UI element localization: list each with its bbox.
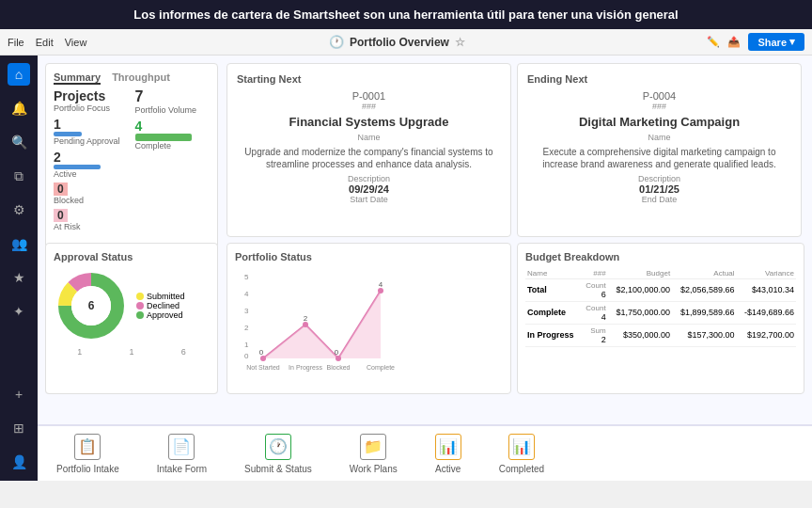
- ending-next-title: Ending Next: [527, 73, 791, 85]
- complete-variance: -$149,689.66: [737, 301, 796, 324]
- complete-label: Complete: [135, 141, 197, 151]
- star-icon: ☆: [455, 36, 465, 49]
- svg-text:4: 4: [244, 290, 249, 298]
- complete-metric: 4 Complete: [135, 119, 197, 151]
- menu-bar: File Edit View 🕐 Portfolio Overview ☆ ✏️…: [0, 29, 812, 56]
- tab-portfolio-intake[interactable]: 📋 Portfolio Intake: [56, 434, 119, 474]
- submitted-count: 1: [77, 347, 82, 357]
- share-label: Share: [757, 37, 787, 48]
- ending-id-hash: ###: [527, 102, 791, 111]
- complete-value: 4: [135, 119, 197, 134]
- tab-active[interactable]: 📊 Active: [435, 434, 461, 474]
- clock-icon: 🕐: [329, 35, 344, 49]
- share-button[interactable]: Share ▾: [748, 33, 804, 51]
- atrisk-label: At Risk: [54, 222, 120, 231]
- svg-text:0: 0: [259, 348, 264, 357]
- ending-project-name: Digital Marketing Campaign: [527, 115, 791, 129]
- svg-text:0: 0: [335, 348, 339, 357]
- tab-submit-status[interactable]: 🕐 Submit & Status: [244, 434, 312, 474]
- portfolio-intake-icon: 📋: [74, 434, 101, 460]
- starting-next-title: Starting Next: [237, 73, 501, 85]
- tab-intake-form-label: Intake Form: [157, 464, 207, 474]
- blocked-metric: 0 Blocked: [54, 183, 120, 205]
- app-title: 🕐 Portfolio Overview ☆: [98, 35, 695, 49]
- complete-name: Complete: [525, 301, 582, 324]
- col-name: Name: [525, 268, 582, 279]
- sidebar-layers-icon[interactable]: ⧉: [8, 165, 30, 187]
- menu-file[interactable]: File: [8, 37, 24, 48]
- complete-actual: $1,899,589.66: [672, 301, 736, 324]
- chevron-down-icon: ▾: [789, 36, 795, 48]
- portfolio-status-panel: Portfolio Status 5 4 3 2 1 0: [226, 243, 511, 395]
- tab-intake-form[interactable]: 📄 Intake Form: [157, 434, 207, 474]
- donut-chart-container: 6 Submitted Declined Appro: [54, 268, 210, 343]
- intake-form-icon: 📄: [168, 434, 195, 460]
- sidebar-add-icon[interactable]: +: [8, 383, 30, 405]
- edit-icon[interactable]: ✏️: [707, 36, 720, 48]
- starting-id-hash: ###: [237, 102, 501, 111]
- sidebar-people-icon[interactable]: 👥: [8, 232, 30, 255]
- total-actual: $2,056,589.66: [672, 278, 736, 301]
- tab-work-plans-label: Work Plans: [350, 464, 398, 474]
- tab-submit-status-label: Submit & Status: [244, 464, 312, 474]
- share-icon[interactable]: 📤: [727, 36, 741, 48]
- sidebar-search-icon[interactable]: 🔍: [8, 131, 30, 153]
- col-variance: Variance: [737, 268, 796, 279]
- svg-text:3: 3: [244, 307, 249, 315]
- inprogress-name: In Progress: [525, 324, 582, 346]
- pending-value: 1: [54, 117, 120, 132]
- approval-title: Approval Status: [54, 251, 210, 262]
- svg-text:5: 5: [244, 273, 249, 281]
- declined-label: Declined: [147, 301, 180, 310]
- active-metric: 2 Active: [54, 150, 120, 179]
- ending-desc-label: Description: [527, 174, 791, 183]
- menu-edit[interactable]: Edit: [36, 37, 54, 48]
- tab-active-label: Active: [435, 464, 461, 474]
- sidebar-settings-icon[interactable]: ⚙: [8, 198, 30, 221]
- main-content: Summary Throughput Projects Portfolio Fo…: [38, 56, 812, 481]
- throughput-tab[interactable]: Throughput: [112, 71, 170, 85]
- menu-view[interactable]: View: [65, 37, 87, 48]
- inprogress-variance: $192,700.00: [737, 324, 796, 346]
- svg-marker-11: [263, 291, 381, 358]
- pending-label: Pending Approval: [54, 136, 120, 146]
- projects-subtitle: Portfolio Focus: [54, 103, 120, 113]
- svg-text:1: 1: [244, 341, 249, 349]
- submitted-dot: [136, 293, 144, 300]
- total-count: Count6: [582, 278, 608, 301]
- budget-row-inprogress: In Progress Sum2 $350,000.00 $157,300.00…: [525, 324, 796, 346]
- tab-work-plans[interactable]: 📁 Work Plans: [350, 434, 398, 474]
- svg-text:In Progress: In Progress: [289, 364, 322, 372]
- donut-chart: 6: [54, 268, 129, 343]
- ending-project-id: P-0004: [527, 90, 791, 102]
- title-text: Portfolio Overview: [350, 36, 449, 49]
- budget-breakdown-panel: Budget Breakdown Name ### Budget Actual …: [517, 243, 804, 395]
- atrisk-value: 0: [54, 209, 68, 222]
- tab-completed[interactable]: 📊 Completed: [499, 434, 544, 474]
- sidebar-grid-icon[interactable]: ⊞: [8, 417, 30, 439]
- declined-count: 1: [129, 347, 133, 357]
- total-variance: $43,010.34: [737, 278, 796, 301]
- budget-title: Budget Breakdown: [525, 251, 796, 262]
- approved-label: Approved: [147, 310, 183, 320]
- sidebar-bell-icon[interactable]: 🔔: [8, 97, 30, 119]
- approved-count: 6: [181, 347, 186, 357]
- atrisk-metric: 0 At Risk: [54, 209, 120, 231]
- complete-count: Count4: [582, 301, 608, 324]
- svg-text:2: 2: [304, 314, 308, 323]
- starting-project-name: Financial Systems Upgrade: [237, 115, 501, 129]
- inprogress-budget: $350,000.00: [608, 324, 672, 346]
- sidebar-home-icon[interactable]: ⌂: [8, 63, 30, 86]
- sidebar-profile-icon[interactable]: 👤: [8, 451, 30, 473]
- starting-date-label: Start Date: [237, 195, 501, 204]
- summary-tab[interactable]: Summary: [54, 71, 101, 85]
- portfolio-status-title: Portfolio Status: [235, 251, 503, 262]
- col-budget: Budget: [608, 268, 672, 279]
- sidebar: ⌂ 🔔 🔍 ⧉ ⚙ 👥 ★ ✦ + ⊞ 👤: [0, 56, 38, 481]
- total-budget: $2,100,000.00: [608, 278, 672, 301]
- declined-dot: [136, 302, 144, 310]
- sidebar-star-icon[interactable]: ★: [8, 266, 30, 289]
- ending-date-label: End Date: [527, 195, 791, 204]
- approved-dot: [136, 311, 144, 319]
- sidebar-plus-icon[interactable]: ✦: [8, 300, 30, 323]
